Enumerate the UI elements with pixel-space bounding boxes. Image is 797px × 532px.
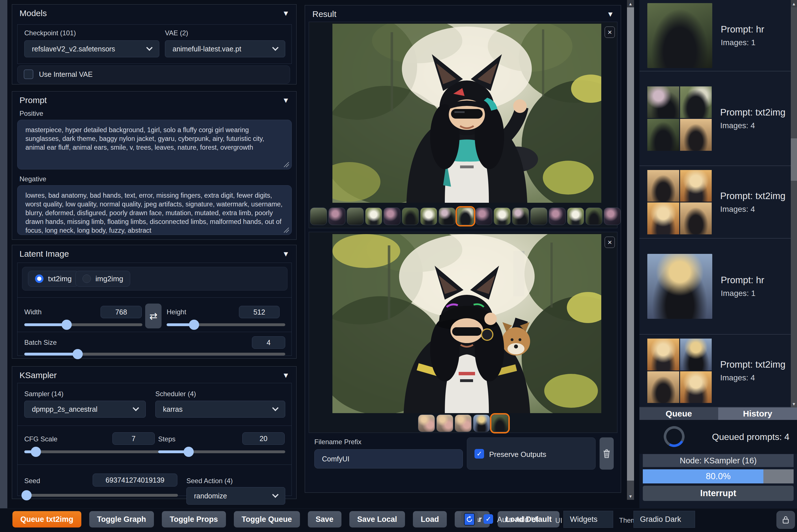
refresh-ui-button[interactable] bbox=[461, 511, 478, 527]
gallery-thumbnail-5[interactable] bbox=[491, 415, 508, 432]
collapse-icon[interactable]: ▼ bbox=[282, 9, 289, 18]
gallery-thumbnail-11[interactable] bbox=[494, 208, 511, 225]
gallery-thumbnail-4[interactable] bbox=[473, 415, 490, 432]
resize-handle-icon[interactable] bbox=[284, 162, 289, 167]
resize-handle-icon[interactable] bbox=[284, 228, 289, 233]
collapse-icon[interactable]: ▼ bbox=[607, 10, 614, 19]
vae-dropdown[interactable]: animefull-latest.vae.pt bbox=[165, 40, 285, 57]
slider-knob[interactable] bbox=[21, 490, 32, 500]
slider-knob[interactable] bbox=[184, 447, 194, 457]
history-entry-1[interactable]: Prompt: hrImages: 1 bbox=[640, 0, 791, 72]
seed-action-dropdown[interactable]: randomize bbox=[186, 487, 285, 505]
gallery-thumbnail-2[interactable] bbox=[436, 415, 453, 432]
load-button[interactable]: Load bbox=[413, 511, 447, 528]
widgets-dropdown[interactable]: Widgets bbox=[564, 511, 613, 528]
lock-ui-button[interactable] bbox=[776, 511, 795, 529]
progress-bar: 80.0% bbox=[643, 469, 794, 483]
batch-size-input[interactable]: 4 bbox=[252, 336, 285, 349]
gallery-thumbnail-6[interactable] bbox=[402, 208, 419, 225]
scheduler-dropdown[interactable]: karras bbox=[155, 401, 285, 418]
preserve-outputs-checkbox[interactable]: ✓ bbox=[474, 449, 484, 459]
gallery-thumbnail-1[interactable] bbox=[310, 208, 327, 225]
height-input[interactable]: 512 bbox=[239, 306, 280, 318]
cfg-scale-input[interactable]: 7 bbox=[112, 432, 155, 445]
gallery-thumbnail-7[interactable] bbox=[420, 208, 437, 225]
result-image-1[interactable] bbox=[333, 24, 601, 203]
result-image-2[interactable] bbox=[333, 234, 601, 413]
swap-dimensions-button[interactable]: ⇄ bbox=[145, 304, 162, 328]
history-entry-3[interactable]: Prompt: txt2imgImages: 4 bbox=[640, 166, 791, 239]
queue-txt2img-button[interactable]: Queue txt2img bbox=[13, 511, 81, 528]
tab-queue[interactable]: Queue bbox=[640, 407, 718, 420]
gallery-thumbnail-8[interactable] bbox=[439, 208, 456, 225]
gallery-thumbnail-1[interactable] bbox=[418, 415, 435, 432]
scroll-up-icon[interactable]: ▲ bbox=[791, 0, 797, 7]
history-images-label: Images: 1 bbox=[721, 38, 764, 47]
close-icon[interactable]: × bbox=[605, 26, 615, 38]
slider-knob[interactable] bbox=[61, 320, 72, 330]
gallery-thumbnail-16[interactable] bbox=[586, 208, 602, 225]
history-scrollbar-thumb[interactable] bbox=[791, 138, 797, 181]
history-entry-5[interactable]: Prompt: txt2imgImages: 4 bbox=[640, 335, 791, 407]
gallery-thumbnail-12[interactable] bbox=[512, 208, 529, 225]
gallery-thumbnail-5[interactable] bbox=[383, 208, 400, 225]
save-local-button[interactable]: Save Local bbox=[349, 511, 405, 528]
close-icon[interactable]: × bbox=[605, 236, 615, 248]
theme-dropdown[interactable]: Gradio Dark bbox=[633, 511, 695, 528]
slider-knob[interactable] bbox=[73, 349, 83, 359]
scroll-down-icon[interactable]: ▼ bbox=[627, 492, 634, 500]
main-scrollbar-thumb[interactable] bbox=[627, 7, 634, 481]
result-title: Result bbox=[312, 9, 336, 19]
checkpoint-dropdown[interactable]: refslaveV2_v2.safetensors bbox=[24, 40, 159, 57]
scroll-down-icon[interactable]: ▼ bbox=[791, 400, 797, 407]
steps-input[interactable]: 20 bbox=[242, 432, 285, 445]
history-prompt-label: Prompt: txt2img bbox=[720, 191, 785, 201]
height-slider[interactable] bbox=[167, 323, 285, 326]
tab-history[interactable]: History bbox=[718, 407, 797, 420]
gallery-thumbnail-2[interactable] bbox=[328, 208, 345, 225]
gallery-thumbnail-15[interactable] bbox=[567, 208, 584, 225]
divider bbox=[18, 332, 291, 332]
gallery-thumbnail-10[interactable] bbox=[475, 208, 492, 225]
seed-input[interactable]: 693741274019139 bbox=[93, 474, 177, 487]
width-input[interactable]: 768 bbox=[100, 306, 142, 318]
collapse-icon[interactable]: ▼ bbox=[282, 250, 289, 259]
toggle-queue-button[interactable]: Toggle Queue bbox=[234, 511, 300, 528]
batch-size-slider[interactable] bbox=[24, 353, 285, 356]
gallery-thumbnail-3[interactable] bbox=[455, 415, 472, 432]
steps-slider[interactable] bbox=[158, 450, 285, 453]
gallery-thumbnail-17[interactable] bbox=[604, 208, 621, 225]
history-thumbnail-block bbox=[647, 254, 712, 319]
collapse-icon[interactable]: ▼ bbox=[282, 371, 289, 380]
gallery-thumbnail-13[interactable] bbox=[530, 208, 547, 225]
history-scrollbar[interactable]: ▲ ▼ bbox=[791, 0, 797, 407]
sampler-dropdown[interactable]: dpmpp_2s_ancestral bbox=[24, 401, 146, 418]
scroll-up-icon[interactable]: ▲ bbox=[627, 0, 634, 7]
slider-knob[interactable] bbox=[31, 447, 41, 457]
gallery-thumbnail-9[interactable] bbox=[457, 208, 474, 225]
positive-prompt-input[interactable]: masterpiece, hyper detailed background, … bbox=[17, 120, 292, 169]
toggle-graph-button[interactable]: Toggle Graph bbox=[89, 511, 154, 528]
mode-img2img-radio[interactable]: img2img bbox=[75, 271, 130, 287]
toggle-props-button[interactable]: Toggle Props bbox=[162, 511, 226, 528]
main-scrollbar[interactable]: ▲ ▼ bbox=[627, 0, 634, 500]
interrupt-button[interactable]: Interrupt bbox=[643, 486, 794, 501]
width-slider[interactable] bbox=[24, 323, 143, 326]
use-internal-vae-checkbox[interactable] bbox=[24, 70, 33, 79]
mode-txt2img-radio[interactable]: txt2img bbox=[28, 271, 79, 287]
slider-knob[interactable] bbox=[189, 320, 199, 330]
save-button[interactable]: Save bbox=[308, 511, 341, 528]
history-entry-2[interactable]: Prompt: txt2imgImages: 4 bbox=[640, 72, 791, 166]
gallery-thumbnail-3[interactable] bbox=[347, 208, 364, 225]
auto-add-ui-checkbox[interactable]: ✓ bbox=[483, 514, 493, 524]
negative-prompt-input[interactable]: lowres, bad anatomy, bad hands, text, er… bbox=[17, 185, 292, 235]
filename-prefix-input[interactable]: ComfyUI bbox=[314, 449, 463, 469]
history-entry-4[interactable]: Prompt: hrImages: 1 bbox=[640, 239, 791, 335]
gallery-thumbnail-4[interactable] bbox=[365, 208, 382, 225]
cfg-scale-slider[interactable] bbox=[24, 450, 159, 453]
seed-slider[interactable] bbox=[24, 494, 178, 497]
collapse-icon[interactable]: ▼ bbox=[282, 96, 289, 105]
gallery-thumbnail-14[interactable] bbox=[549, 208, 566, 225]
latent-image-section: Latent Image ▼ txt2img img2img Width 768… bbox=[12, 245, 297, 359]
clear-outputs-button[interactable] bbox=[600, 437, 614, 470]
